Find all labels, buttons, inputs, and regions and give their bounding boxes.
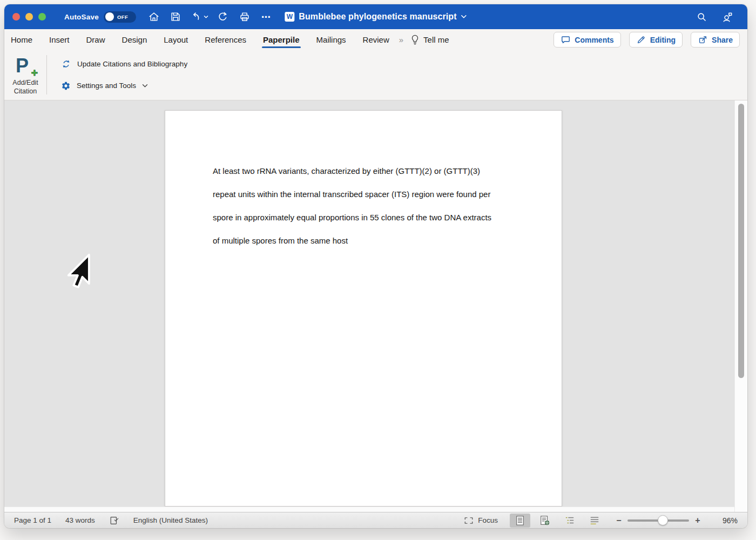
settings-and-tools-button[interactable]: Settings and Tools xyxy=(61,78,187,94)
tab-overflow-chevron[interactable]: » xyxy=(399,35,403,44)
undo-menu-chevron-icon xyxy=(204,15,208,19)
comments-icon xyxy=(561,35,571,45)
language-status[interactable]: English (United States) xyxy=(133,516,208,524)
zoom-out-button[interactable]: − xyxy=(615,516,623,525)
vertical-scrollbar-track[interactable] xyxy=(734,100,747,512)
search-button[interactable] xyxy=(694,10,708,24)
tab-insert[interactable]: Insert xyxy=(49,29,70,50)
print-icon xyxy=(239,11,251,23)
focus-button[interactable]: Focus xyxy=(464,516,498,525)
horizontal-scrollbar-track[interactable] xyxy=(4,507,734,512)
titlebar: AutoSave OFF ⋯ W Bum xyxy=(4,4,747,29)
zoom-slider-thumb[interactable] xyxy=(658,515,668,525)
refresh-icon xyxy=(61,59,71,69)
zoom-slider[interactable] xyxy=(627,519,689,522)
web-layout-icon xyxy=(539,515,550,526)
ribbon-tab-row: Home Insert Draw Design Layout Reference… xyxy=(4,29,747,50)
web-layout-view-button[interactable] xyxy=(535,514,555,528)
autosave-state: OFF xyxy=(117,14,129,20)
outline-view-button[interactable] xyxy=(559,514,580,528)
draft-view-icon xyxy=(589,516,600,525)
focus-icon xyxy=(464,516,474,525)
pencil-icon xyxy=(636,35,646,45)
document-page[interactable]: At least two rRNA variants, characterize… xyxy=(165,110,562,507)
document-title-menu[interactable]: W Bumblebee phylogenetics manuscript xyxy=(285,4,467,29)
undo-button[interactable] xyxy=(190,11,208,23)
paperpile-ribbon: P + Add/Edit Citation Update Citations a… xyxy=(4,50,747,100)
tab-home[interactable]: Home xyxy=(11,29,32,50)
vertical-scrollbar-thumb[interactable] xyxy=(738,104,744,378)
document-line: At least two rRNA variants, characterize… xyxy=(213,159,491,183)
gear-icon xyxy=(61,81,71,91)
proofing-status[interactable] xyxy=(109,516,119,525)
redo-button[interactable] xyxy=(216,10,230,24)
document-text: At least two rRNA variants, characterize… xyxy=(213,159,491,252)
print-button[interactable] xyxy=(238,10,252,24)
home-icon xyxy=(148,11,160,23)
active-tab-underline xyxy=(262,46,301,49)
fullscreen-button[interactable] xyxy=(38,13,46,21)
lightbulb-icon xyxy=(410,35,420,45)
print-layout-view-button[interactable] xyxy=(510,514,530,528)
add-edit-citation-label: Add/Edit Citation xyxy=(12,78,38,96)
tab-paperpile[interactable]: Paperpile xyxy=(263,29,300,50)
home-button[interactable] xyxy=(147,10,161,24)
paperpile-logo: P + xyxy=(14,54,37,78)
traffic-lights xyxy=(12,13,46,21)
document-line: of multiple spores from the same host xyxy=(213,229,491,252)
account-icon xyxy=(721,11,734,23)
tab-references[interactable]: References xyxy=(205,29,246,50)
document-title: Bumblebee phylogenetics manuscript xyxy=(299,12,456,22)
tab-layout[interactable]: Layout xyxy=(164,29,188,50)
redo-icon xyxy=(217,11,229,23)
tab-draw[interactable]: Draw xyxy=(86,29,105,50)
document-canvas: At least two rRNA variants, characterize… xyxy=(4,100,747,512)
editing-button[interactable]: Editing xyxy=(629,32,683,48)
status-bar: Page 1 of 1 43 words English (United Sta… xyxy=(4,512,747,528)
settings-chevron-down-icon xyxy=(142,84,148,88)
save-button[interactable] xyxy=(168,10,183,24)
more-commands-button[interactable]: ⋯ xyxy=(259,10,273,24)
zoom-in-button[interactable]: + xyxy=(693,516,702,525)
proofing-icon xyxy=(109,516,119,525)
save-icon xyxy=(170,11,181,23)
close-button[interactable] xyxy=(12,13,20,21)
word-window: AutoSave OFF ⋯ W Bum xyxy=(4,4,747,528)
update-citations-button[interactable]: Update Citations and Bibliography xyxy=(61,56,187,72)
tell-me-button[interactable]: Tell me xyxy=(410,35,449,45)
ribbon-divider xyxy=(46,55,47,94)
tab-design[interactable]: Design xyxy=(122,29,147,50)
toggle-knob-icon xyxy=(105,12,114,21)
word-count[interactable]: 43 words xyxy=(65,516,95,524)
account-button[interactable] xyxy=(720,10,734,24)
search-icon xyxy=(696,11,707,23)
page-count[interactable]: Page 1 of 1 xyxy=(14,516,51,524)
undo-icon xyxy=(190,11,202,23)
share-icon xyxy=(698,35,708,45)
print-layout-icon xyxy=(515,515,525,526)
document-line: spore in approximately equal proportions… xyxy=(213,206,491,229)
minimize-button[interactable] xyxy=(25,13,33,21)
mouse-cursor-icon xyxy=(62,253,91,296)
outline-view-icon xyxy=(564,516,575,525)
document-line: repeat units within the internal transcr… xyxy=(213,183,491,206)
comments-button[interactable]: Comments xyxy=(554,32,620,48)
zoom-control: − + xyxy=(615,516,702,525)
word-doc-icon: W xyxy=(285,12,294,22)
draft-view-button[interactable] xyxy=(584,514,605,528)
tab-mailings[interactable]: Mailings xyxy=(316,29,346,50)
title-chevron-down-icon xyxy=(461,15,467,19)
tab-review[interactable]: Review xyxy=(363,29,389,50)
zoom-percentage[interactable]: 96% xyxy=(710,516,738,525)
share-button[interactable]: Share xyxy=(691,32,740,48)
autosave-label: AutoSave xyxy=(64,13,99,21)
add-edit-citation-button[interactable]: P + Add/Edit Citation xyxy=(4,50,46,100)
autosave-toggle[interactable]: OFF xyxy=(104,11,136,23)
